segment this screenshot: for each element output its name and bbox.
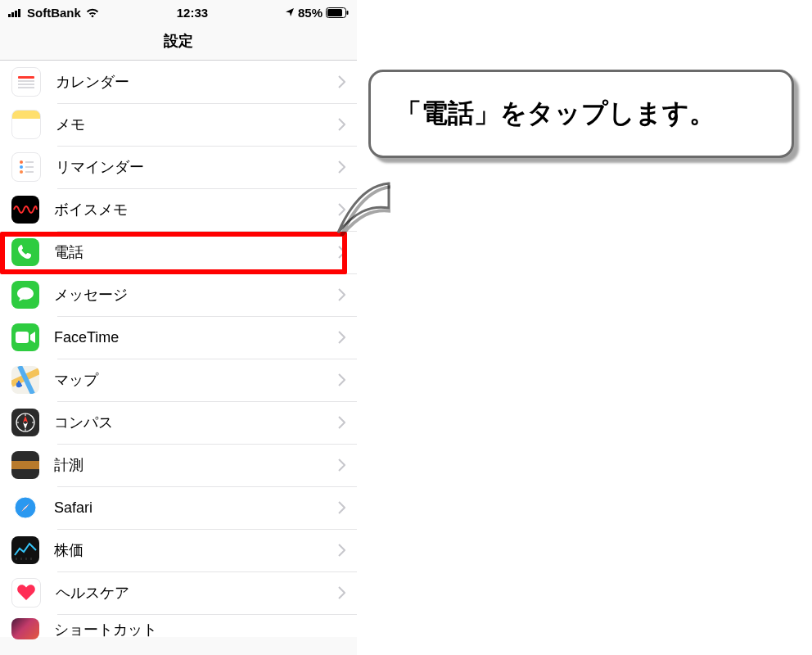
svg-rect-12 — [25, 171, 34, 173]
row-label: マップ — [54, 370, 338, 390]
svg-rect-13 — [16, 332, 29, 343]
svg-point-7 — [20, 160, 23, 164]
row-maps[interactable]: マップ — [0, 359, 357, 401]
clock: 12:33 — [177, 6, 208, 20]
reminders-icon — [11, 152, 41, 182]
chevron-right-icon — [338, 160, 345, 174]
location-icon — [285, 7, 295, 17]
svg-rect-2 — [15, 11, 17, 17]
chevron-right-icon — [338, 118, 345, 131]
row-label: コンパス — [54, 413, 338, 432]
maps-icon — [11, 366, 39, 394]
compass-icon — [11, 409, 39, 436]
svg-rect-6 — [347, 11, 349, 15]
callout-text: 「電話」をタップします。 — [395, 98, 715, 128]
row-label: メッセージ — [54, 285, 338, 305]
notes-icon — [11, 110, 41, 139]
row-stocks[interactable]: 株価 — [0, 529, 357, 571]
status-bar: SoftBank 12:33 85% — [0, 0, 357, 21]
callout: 「電話」をタップします。 — [368, 70, 794, 158]
row-messages[interactable]: メッセージ — [0, 273, 357, 316]
page-title: 設定 — [0, 21, 357, 61]
battery-label: 85% — [298, 6, 323, 20]
row-label: 電話 — [54, 242, 338, 262]
row-reminders[interactable]: リマインダー — [0, 146, 357, 188]
phone-screen: SoftBank 12:33 85% — [0, 0, 357, 655]
row-label: FaceTime — [54, 329, 338, 346]
row-label: ヘルスケア — [56, 583, 338, 603]
safari-icon — [11, 494, 39, 522]
row-compass[interactable]: コンパス — [0, 401, 357, 444]
row-label: ボイスメモ — [54, 200, 338, 219]
carrier-label: SoftBank — [27, 6, 81, 20]
svg-rect-5 — [327, 9, 342, 16]
row-health[interactable]: ヘルスケア — [0, 571, 357, 614]
battery-icon — [326, 7, 349, 18]
voicememo-icon — [11, 196, 39, 224]
health-icon — [11, 578, 41, 608]
svg-rect-1 — [11, 12, 14, 17]
svg-point-9 — [20, 170, 23, 174]
phone-icon — [11, 238, 39, 266]
facetime-icon — [11, 323, 39, 351]
chevron-right-icon — [338, 458, 345, 472]
row-phone[interactable]: 電話 — [0, 231, 357, 273]
chevron-right-icon — [338, 501, 345, 514]
row-shortcuts[interactable]: ショートカット — [0, 614, 357, 637]
row-label: メモ — [56, 115, 338, 134]
svg-rect-0 — [8, 14, 11, 17]
svg-rect-10 — [25, 161, 34, 163]
stocks-icon — [11, 536, 39, 564]
row-label: カレンダー — [56, 72, 338, 92]
svg-point-8 — [20, 165, 23, 169]
page-title-text: 設定 — [164, 31, 193, 51]
chevron-right-icon — [338, 416, 345, 429]
signal-icon — [8, 7, 23, 17]
svg-rect-11 — [25, 166, 34, 168]
row-measure[interactable]: 計測 — [0, 444, 357, 486]
svg-rect-3 — [18, 9, 20, 17]
chevron-right-icon — [338, 544, 345, 557]
row-label: ショートカット — [54, 620, 345, 639]
shortcuts-icon — [11, 618, 39, 639]
row-label: 株価 — [54, 540, 338, 560]
chevron-right-icon — [338, 331, 345, 344]
chevron-right-icon — [338, 246, 345, 259]
settings-list: カレンダー メモ リマインダー — [0, 61, 357, 637]
wifi-icon — [85, 7, 100, 18]
row-safari[interactable]: Safari — [0, 486, 357, 529]
chevron-right-icon — [338, 373, 345, 386]
chevron-right-icon — [338, 288, 345, 301]
row-calendar[interactable]: カレンダー — [0, 61, 357, 103]
calendar-icon — [11, 67, 41, 97]
callout-tail-icon — [335, 180, 390, 236]
chevron-right-icon — [338, 75, 345, 88]
callout-bubble: 「電話」をタップします。 — [368, 70, 794, 158]
messages-icon — [11, 281, 39, 309]
row-label: Safari — [54, 499, 338, 517]
measure-icon — [11, 451, 39, 479]
row-voicememo[interactable]: ボイスメモ — [0, 188, 357, 231]
row-notes[interactable]: メモ — [0, 103, 357, 146]
row-label: 計測 — [54, 455, 338, 475]
row-label: リマインダー — [56, 157, 338, 177]
row-facetime[interactable]: FaceTime — [0, 316, 357, 359]
chevron-right-icon — [338, 586, 345, 599]
